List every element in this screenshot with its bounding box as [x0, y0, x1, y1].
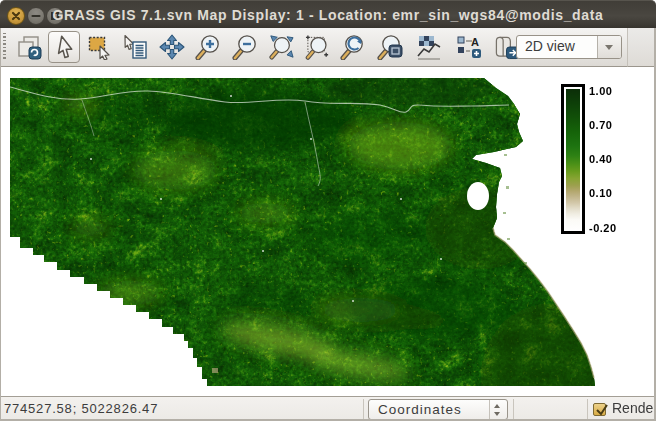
- svg-text:A: A: [471, 36, 479, 48]
